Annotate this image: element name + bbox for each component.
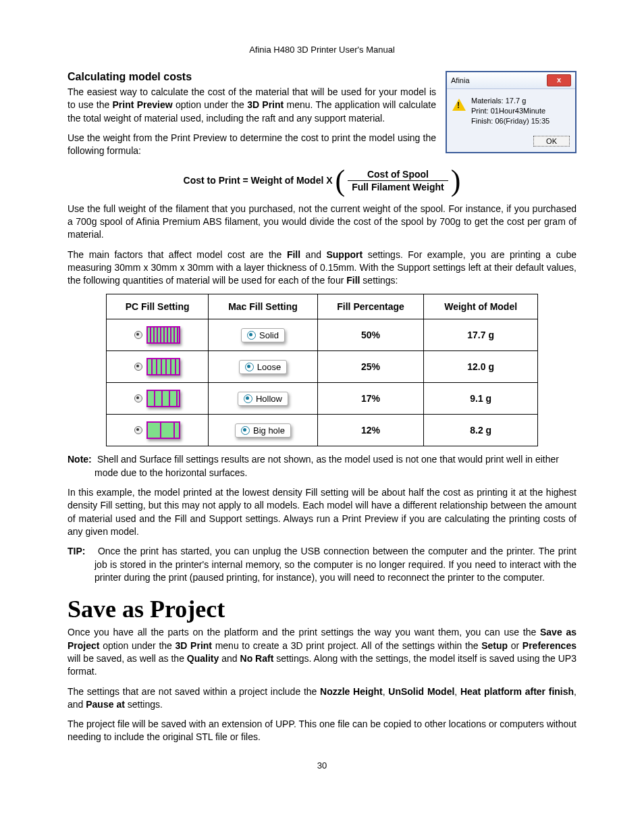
table-row: Big hole 12% 8.2 g — [107, 415, 538, 446]
pc-fill-icon — [134, 326, 180, 344]
table-row: Hollow 17% 9.1 g — [107, 383, 538, 415]
mac-fill-icon: Loose — [239, 360, 287, 374]
table-row: Loose 25% 12.0 g — [107, 351, 538, 383]
th-wt: Weight of Model — [424, 294, 538, 319]
radio-icon — [134, 363, 142, 371]
cell-pct: 25% — [317, 351, 424, 383]
mac-fill-icon: Solid — [241, 328, 285, 342]
mac-fill-icon: Hollow — [238, 392, 288, 406]
th-pc: PC Fill Setting — [107, 294, 209, 319]
para-save-1: Once you have all the parts on the platf… — [68, 626, 576, 678]
pc-fill-icon — [134, 358, 180, 375]
dialog-title: Afinia — [451, 76, 470, 84]
th-pct: Fill Percentage — [317, 294, 424, 319]
para-example: In this example, the model printed at th… — [68, 486, 576, 538]
print-preview-dialog: Afinia x Materials: 17.7 g Print: 01Hour… — [446, 71, 576, 153]
para-tip: TIP: Once the print has started, you can… — [68, 545, 576, 584]
para-full-weight: Use the full weight of the filament that… — [68, 203, 576, 242]
para-save-3: The project file will be saved with an e… — [68, 718, 576, 744]
cell-wt: 8.2 g — [424, 415, 538, 446]
fill-settings-table: PC Fill Setting Mac Fill Setting Fill Pe… — [106, 294, 538, 446]
radio-icon — [244, 394, 252, 403]
page-header: Afinia H480 3D Printer User's Manual — [68, 45, 576, 55]
mac-fill-icon: Big hole — [235, 423, 291, 438]
close-icon[interactable]: x — [547, 74, 571, 86]
radio-icon — [247, 331, 256, 340]
radio-icon — [134, 394, 142, 402]
para-note: Note: Shell and Surface fill settings re… — [68, 453, 576, 479]
page-number: 30 — [68, 760, 576, 771]
ok-button[interactable]: OK — [533, 136, 570, 147]
para-save-2: The settings that are not saved within a… — [68, 685, 576, 712]
cell-wt: 12.0 g — [424, 351, 538, 383]
pc-fill-icon — [134, 421, 180, 439]
table-row: Solid 50% 17.7 g — [107, 319, 538, 351]
radio-icon — [134, 331, 142, 339]
cell-pct: 12% — [317, 415, 424, 446]
warning-icon — [452, 99, 466, 111]
cell-wt: 9.1 g — [424, 383, 538, 415]
dialog-message: Materials: 17.7 g Print: 01Hour43Minute … — [471, 96, 549, 126]
cell-pct: 50% — [317, 319, 424, 351]
radio-icon — [134, 426, 142, 434]
cell-wt: 17.7 g — [424, 319, 538, 351]
heading-save-as-project: Save as Project — [68, 595, 576, 623]
th-mac: Mac Fill Setting — [209, 294, 318, 319]
para-main-factors: The main factors that affect model cost … — [68, 249, 576, 288]
pc-fill-icon — [134, 390, 180, 407]
cell-pct: 17% — [317, 383, 424, 415]
radio-icon — [241, 426, 250, 435]
radio-icon — [245, 363, 254, 371]
cost-formula: Cost to Print = Weight of Model X ( Cost… — [68, 169, 576, 193]
